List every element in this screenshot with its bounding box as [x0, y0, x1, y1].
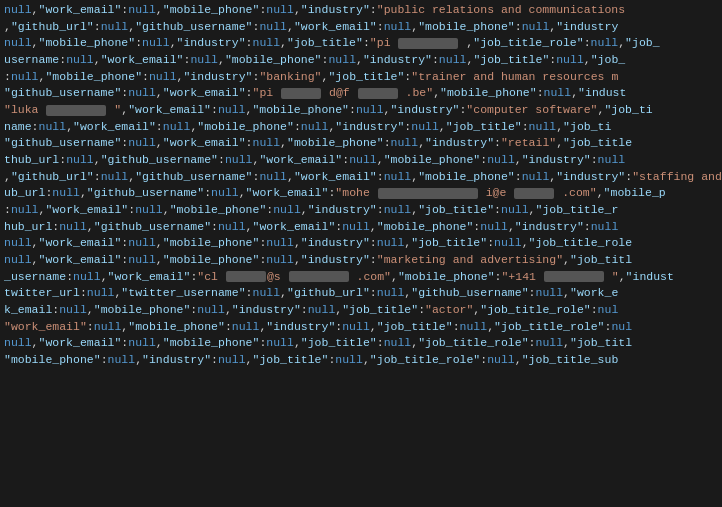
- code-line: null,"work_email":null,"mobile_phone":nu…: [0, 2, 722, 19]
- code-line: null,"work_email":null,"mobile_phone":nu…: [0, 252, 722, 269]
- code-line: "luka ","work_email":null,"mobile_phone"…: [0, 102, 722, 119]
- code-line: :null,"mobile_phone":null,"industry":"ba…: [0, 69, 722, 86]
- code-line: null,"work_email":null,"mobile_phone":nu…: [0, 335, 722, 352]
- code-line: ,"github_url":null,"github_username":nul…: [0, 169, 722, 186]
- code-line: :null,"work_email":null,"mobile_phone":n…: [0, 202, 722, 219]
- code-line: "github_username":null,"work_email":"pi …: [0, 85, 722, 102]
- code-line: null,"mobile_phone":null,"industry":null…: [0, 35, 722, 52]
- code-line: name:null,"work_email":null,"mobile_phon…: [0, 119, 722, 136]
- code-line: username:null,"work_email":null,"mobile_…: [0, 52, 722, 69]
- code-line: k_email:null,"mobile_phone":null,"indust…: [0, 302, 722, 319]
- code-line: ub_url:null,"github_username":null,"work…: [0, 185, 722, 202]
- code-line: null,"work_email":null,"mobile_phone":nu…: [0, 235, 722, 252]
- code-line: twitter_url:null,"twitter_username":null…: [0, 285, 722, 302]
- code-line: "mobile_phone":null,"industry":null,"job…: [0, 352, 722, 369]
- code-line: _username:null,"work_email":"cl @s .com"…: [0, 269, 722, 286]
- code-line: "work_email":null,"mobile_phone":null,"i…: [0, 319, 722, 336]
- code-line: thub_url:null,"github_username":null,"wo…: [0, 152, 722, 169]
- code-line: ,"github_url":null,"github_username":nul…: [0, 19, 722, 36]
- code-display: null,"work_email":null,"mobile_phone":nu…: [0, 0, 722, 507]
- code-line: hub_url:null,"github_username":null,"wor…: [0, 219, 722, 236]
- code-line: "github_username":null,"work_email":null…: [0, 135, 722, 152]
